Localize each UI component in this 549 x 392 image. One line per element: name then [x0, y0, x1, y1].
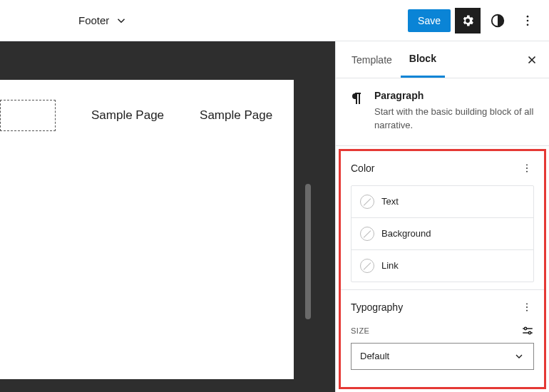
close-icon [525, 53, 538, 66]
color-list: Text Background Link [351, 185, 534, 282]
nav-link[interactable]: Sample Page [200, 108, 272, 123]
canvas-frame[interactable]: Sample Page Sample Page Privay Policy Te… [0, 80, 294, 379]
settings-button[interactable] [455, 8, 481, 33]
svg-point-7 [526, 303, 528, 304]
size-custom-button[interactable] [521, 324, 534, 337]
main-area: Sample Page Sample Page Privay Policy Te… [0, 41, 549, 392]
svg-point-10 [524, 327, 526, 329]
top-bar-right: Save [408, 8, 540, 33]
svg-point-11 [528, 331, 530, 334]
tab-block[interactable]: Block [401, 41, 445, 78]
typography-heading: Typography [351, 301, 403, 313]
svg-point-6 [526, 170, 528, 172]
canvas-content: Sample Page Sample Page Privay Policy Te… [0, 80, 294, 379]
gear-icon [461, 14, 475, 28]
size-select-value: Default [360, 351, 389, 361]
kebab-icon [521, 163, 533, 174]
top-bar: Footer Save [0, 0, 549, 41]
svg-point-5 [526, 167, 528, 169]
color-row-label: Text [381, 196, 399, 207]
empty-swatch-icon [360, 195, 374, 209]
empty-block-placeholder[interactable] [0, 100, 56, 131]
svg-point-3 [527, 24, 529, 26]
color-row-link[interactable]: Link [352, 250, 533, 282]
svg-point-4 [526, 164, 528, 165]
document-title-button[interactable]: Footer [78, 14, 128, 27]
color-row-background[interactable]: Background [352, 218, 533, 250]
typography-panel: Typography SIZE De [341, 289, 544, 370]
size-label-row: SIZE [351, 324, 534, 337]
chevron-down-icon [115, 14, 128, 27]
typography-panel-more-button[interactable] [520, 300, 534, 314]
color-row-label: Background [381, 228, 431, 239]
empty-swatch-icon [360, 227, 374, 241]
block-description: Start with the basic building block of a… [374, 105, 538, 133]
save-button[interactable]: Save [408, 9, 451, 32]
sidebar-tabs: Template Block [336, 41, 549, 78]
chevron-down-icon [513, 351, 525, 362]
contrast-icon [490, 13, 506, 29]
styles-button[interactable] [485, 8, 510, 33]
more-button[interactable] [515, 8, 540, 33]
color-heading: Color [351, 163, 374, 174]
color-heading-row: Color [351, 161, 534, 175]
size-select[interactable]: Default [351, 343, 534, 370]
svg-point-9 [526, 309, 528, 311]
svg-point-8 [526, 306, 528, 308]
color-row-label: Link [381, 260, 399, 271]
paragraph-icon [347, 90, 364, 107]
sliders-icon [521, 324, 534, 337]
block-name: Paragraph [374, 90, 538, 101]
color-row-text[interactable]: Text [352, 186, 533, 218]
sidebar: Template Block Paragraph Start with the … [335, 41, 549, 392]
block-header: Paragraph Start with the basic building … [336, 78, 549, 146]
close-sidebar-button[interactable] [522, 50, 542, 70]
tab-template[interactable]: Template [343, 41, 401, 78]
document-title-text: Footer [78, 14, 109, 26]
kebab-icon [521, 301, 533, 313]
kebab-icon [520, 14, 535, 28]
color-panel-more-button[interactable] [520, 161, 534, 175]
scrollbar-thumb[interactable] [305, 184, 311, 319]
highlight-panel: Color Text Background [339, 149, 546, 389]
size-label: SIZE [351, 326, 369, 335]
top-bar-left: Footer [0, 14, 408, 27]
empty-swatch-icon [360, 259, 374, 273]
svg-point-2 [527, 19, 529, 21]
nav-link[interactable]: Sample Page [91, 108, 164, 123]
nav-row: Sample Page Sample Page [0, 80, 294, 131]
color-panel: Color Text Background [341, 151, 544, 289]
typography-heading-row: Typography [351, 300, 534, 314]
svg-point-1 [527, 15, 529, 17]
block-info-text: Paragraph Start with the basic building … [374, 90, 538, 133]
editor-canvas: Sample Page Sample Page Privay Policy Te… [0, 41, 335, 392]
